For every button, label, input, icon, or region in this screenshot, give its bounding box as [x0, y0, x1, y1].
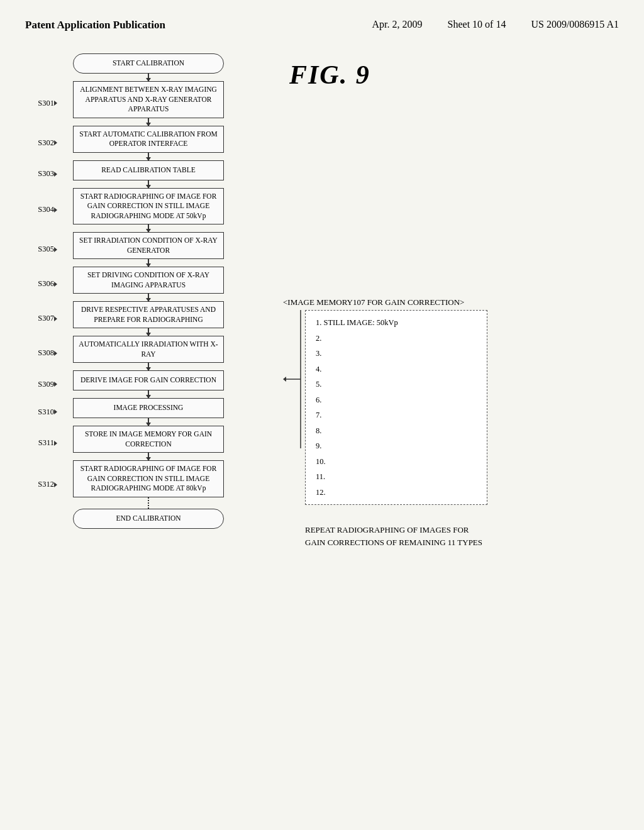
brace-connector-svg — [283, 310, 305, 448]
flow-s301-row: S301 ALIGNMENT BETWEEN X-RAY IMAGING APP… — [25, 81, 239, 126]
s302-box: START AUTOMATIC CALIBRATION FROM OPERATO… — [73, 126, 224, 153]
flow-s312-row: S312 START RADIOGRAPHING OF IMAGE FOR GA… — [25, 460, 239, 509]
page: Patent Application Publication Apr. 2, 2… — [0, 0, 644, 830]
s309-box: DERIVE IMAGE FOR GAIN CORRECTION — [73, 370, 224, 390]
flow-s302-row: S302 START AUTOMATIC CALIBRATION FROM OP… — [25, 126, 239, 160]
s304-box: START RADIOGRAPHING OF IMAGE FOR GAIN CO… — [73, 188, 224, 225]
step-label-s302: S302 — [25, 138, 58, 148]
connector-s301 — [148, 118, 149, 126]
s310-box: IMAGE PROCESSING — [73, 398, 224, 418]
start-calibration-box: START CALIBRATION — [73, 53, 224, 74]
s301-wrap: ALIGNMENT BETWEEN X-RAY IMAGING APPARATU… — [58, 81, 239, 126]
memory-item-6: 6. — [316, 393, 477, 407]
flow-s311-row: S311 STORE IN IMAGE MEMORY FOR GAIN CORR… — [25, 426, 239, 460]
s309-wrap: DERIVE IMAGE FOR GAIN CORRECTION — [58, 370, 239, 398]
step-label-s305: S305 — [25, 245, 58, 254]
memory-section: <IMAGE MEMORY107 FOR GAIN CORRECTION> 1.… — [283, 297, 619, 548]
step-label-s310: S310 — [25, 407, 58, 417]
flow-s305-row: S305 SET IRRADIATION CONDITION OF X-RAY … — [25, 232, 239, 267]
connector-s305 — [148, 259, 149, 267]
memory-item-11: 11. — [316, 470, 477, 484]
flow-s303-row: S303 READ CALIBRATION TABLE — [25, 160, 239, 188]
step-label-s301: S301 — [25, 99, 58, 108]
connector-s303 — [148, 180, 149, 188]
patent-label: Patent Application Publication — [25, 19, 165, 31]
connector-s311 — [148, 453, 149, 460]
s311-wrap: STORE IN IMAGE MEMORY FOR GAIN CORRECTIO… — [58, 426, 239, 460]
s303-wrap: READ CALIBRATION TABLE — [58, 160, 239, 188]
dotted-connector — [148, 497, 149, 509]
s306-box: SET DRIVING CONDITION OF X-RAY IMAGING A… — [73, 267, 224, 294]
step-label-s303: S303 — [25, 169, 58, 179]
flowchart-column: START CALIBRATION S301 ALIGNMENT BETWEEN… — [25, 53, 252, 548]
s304-wrap: START RADIOGRAPHING OF IMAGE FOR GAIN CO… — [58, 188, 239, 233]
s310-wrap: IMAGE PROCESSING — [58, 398, 239, 426]
svg-marker-2 — [283, 377, 286, 382]
s305-box: SET IRRADIATION CONDITION OF X-RAY GENER… — [73, 232, 224, 259]
right-column: FIG. 9 <IMAGE MEMORY107 FOR GAIN CORRECT… — [264, 53, 619, 548]
s312-box: START RADIOGRAPHING OF IMAGE FOR GAIN CO… — [73, 460, 224, 497]
repeat-text: REPEAT RADIOGRAPHING OF IMAGES FOR GAIN … — [305, 524, 487, 548]
step-label-s304: S304 — [25, 205, 58, 214]
flow-start-row: START CALIBRATION — [25, 53, 239, 81]
s301-box: ALIGNMENT BETWEEN X-RAY IMAGING APPARATU… — [73, 81, 224, 118]
step-label-s309: S309 — [25, 380, 58, 389]
flow-end-row: END CALIBRATION — [25, 509, 239, 529]
connector-s310 — [148, 418, 149, 426]
step-label-s306: S306 — [25, 279, 58, 289]
s305-wrap: SET IRRADIATION CONDITION OF X-RAY GENER… — [58, 232, 239, 267]
header-date: Apr. 2, 2009 — [372, 19, 423, 30]
header-right: Apr. 2, 2009 Sheet 10 of 14 US 2009/0086… — [372, 19, 619, 30]
end-calibration-box: END CALIBRATION — [73, 509, 224, 529]
memory-item-5: 5. — [316, 377, 477, 392]
end-box-wrap: END CALIBRATION — [58, 509, 239, 529]
main-content: START CALIBRATION S301 ALIGNMENT BETWEEN… — [25, 53, 619, 548]
memory-box-container: 1. STILL IMAGE: 50kVp 2. 3. 4. 5. 6. 7. … — [283, 310, 619, 505]
flow-s309-row: S309 DERIVE IMAGE FOR GAIN CORRECTION — [25, 370, 239, 398]
flow-s310-row: S310 IMAGE PROCESSING — [25, 398, 239, 426]
header-patent: US 2009/0086915 A1 — [531, 19, 619, 30]
step-label-s312: S312 — [25, 480, 58, 489]
flow-s304-row: S304 START RADIOGRAPHING OF IMAGE FOR GA… — [25, 188, 239, 233]
memory-item-9: 9. — [316, 439, 477, 453]
memory-item-12: 12. — [316, 485, 477, 500]
s308-wrap: AUTOMATICALLY IRRADIATION WITH X-RAY — [58, 336, 239, 370]
memory-item-2: 2. — [316, 331, 477, 346]
memory-item-1: 1. STILL IMAGE: 50kVp — [316, 316, 477, 330]
memory-item-4: 4. — [316, 362, 477, 377]
connector-s308 — [148, 363, 149, 370]
header: Patent Application Publication Apr. 2, 2… — [25, 19, 619, 35]
connector-s304 — [148, 224, 149, 232]
s307-wrap: DRIVE RESPECTIVE APPARATUSES AND PREPARE… — [58, 301, 239, 336]
s303-box: READ CALIBRATION TABLE — [73, 160, 224, 180]
memory-item-7: 7. — [316, 408, 477, 423]
connector-s307 — [148, 328, 149, 336]
s302-wrap: START AUTOMATIC CALIBRATION FROM OPERATO… — [58, 126, 239, 160]
s312-wrap: START RADIOGRAPHING OF IMAGE FOR GAIN CO… — [58, 460, 239, 509]
flowchart: START CALIBRATION S301 ALIGNMENT BETWEEN… — [25, 53, 239, 529]
flow-s307-row: S307 DRIVE RESPECTIVE APPARATUSES AND PR… — [25, 301, 239, 336]
header-sheet: Sheet 10 of 14 — [448, 19, 506, 30]
memory-title: <IMAGE MEMORY107 FOR GAIN CORRECTION> — [283, 297, 619, 307]
s307-box: DRIVE RESPECTIVE APPARATUSES AND PREPARE… — [73, 301, 224, 328]
start-box-wrap: START CALIBRATION — [58, 53, 239, 81]
connector-s302 — [148, 153, 149, 160]
connector-1 — [148, 74, 149, 81]
memory-item-10: 10. — [316, 455, 477, 469]
flow-s308-row: S308 AUTOMATICALLY IRRADIATION WITH X-RA… — [25, 336, 239, 370]
memory-item-3: 3. — [316, 346, 477, 361]
figure-label: FIG. 9 — [289, 60, 619, 90]
connector-s309 — [148, 390, 149, 398]
s306-wrap: SET DRIVING CONDITION OF X-RAY IMAGING A… — [58, 267, 239, 301]
step-label-s307: S307 — [25, 314, 58, 323]
memory-item-8: 8. — [316, 424, 477, 438]
step-label-s308: S308 — [25, 348, 58, 358]
step-label-s311: S311 — [25, 438, 58, 448]
s308-box: AUTOMATICALLY IRRADIATION WITH X-RAY — [73, 336, 224, 363]
flow-s306-row: S306 SET DRIVING CONDITION OF X-RAY IMAG… — [25, 267, 239, 301]
connector-s306 — [148, 294, 149, 301]
memory-box: 1. STILL IMAGE: 50kVp 2. 3. 4. 5. 6. 7. … — [305, 310, 487, 505]
s311-box: STORE IN IMAGE MEMORY FOR GAIN CORRECTIO… — [73, 426, 224, 453]
